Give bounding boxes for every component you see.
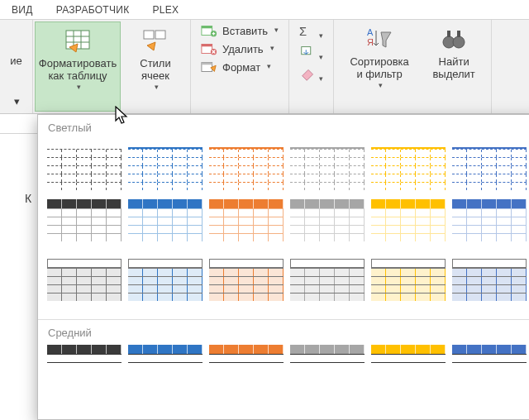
table-style-swatch[interactable] [289, 198, 365, 253]
cell-styles-icon [142, 27, 169, 54]
table-style-swatch[interactable] [370, 139, 446, 193]
group-styles: Форматировать как таблицу ▾ Стили ячеек … [33, 20, 191, 113]
find-select-label: Найти выделит [432, 55, 474, 80]
tab-developer[interactable]: РАЗРАБОТЧИК [45, 1, 141, 18]
table-style-swatch[interactable] [46, 258, 122, 313]
table-style-swatch[interactable] [46, 198, 122, 253]
cell-styles-label: Стили ячеек [140, 57, 170, 82]
tab-plex[interactable]: PLEX [141, 1, 191, 18]
table-style-swatch[interactable] [208, 344, 284, 399]
insert-cells-icon [201, 23, 217, 38]
eraser-icon [299, 66, 317, 81]
format-label: Формат [222, 61, 260, 74]
table-style-swatch[interactable] [46, 139, 122, 193]
table-style-swatch[interactable] [370, 198, 446, 253]
table-style-swatch[interactable] [208, 139, 284, 193]
svg-rect-5 [144, 31, 154, 39]
fill-down-icon [299, 45, 317, 60]
worksheet-cell: К [25, 192, 31, 205]
delete-cells-icon [201, 41, 217, 56]
gallery-row [38, 139, 529, 198]
table-style-swatch[interactable] [289, 139, 365, 193]
table-style-swatch[interactable] [451, 258, 527, 313]
table-style-swatch[interactable] [208, 258, 284, 313]
group-sort-filter: АЯ Сортировка и фильтр ▾ Найти выделит [334, 20, 492, 113]
table-style-swatch[interactable] [127, 139, 203, 193]
format-as-table-label: Форматировать как таблицу [39, 57, 117, 82]
gallery-row [38, 198, 529, 258]
gallery-row [38, 344, 529, 403]
table-style-swatch[interactable] [451, 344, 527, 399]
insert-button[interactable]: Вставить ▾ [201, 23, 279, 38]
tab-view[interactable]: ВИД [0, 1, 45, 18]
gallery-section-light: Светлый [38, 115, 529, 139]
group-cells: Вставить ▾ Удалить ▾ Формат ▾ [191, 20, 289, 113]
svg-rect-21 [447, 31, 450, 37]
svg-rect-0 [66, 31, 89, 49]
table-icon [64, 27, 91, 54]
svg-rect-6 [155, 31, 165, 39]
group-editing-icons: Σ▾ ▾ ▾ [289, 20, 334, 113]
table-style-swatch[interactable] [127, 258, 203, 313]
gallery-section-medium: Средний [38, 319, 529, 344]
clear-button[interactable]: ▾ [299, 66, 323, 84]
table-style-swatch[interactable] [451, 198, 527, 253]
ribbon: ие ▾ Форматировать как таблицу ▾ Стили я… [0, 20, 529, 114]
svg-point-20 [453, 36, 465, 48]
svg-rect-8 [202, 26, 212, 29]
format-as-table-button[interactable]: Форматировать как таблицу ▾ [35, 21, 121, 112]
format-button[interactable]: Формат ▾ [201, 60, 279, 74]
table-style-swatch[interactable] [208, 198, 284, 253]
group-left-cut: ие ▾ [0, 20, 33, 113]
truncated-label: ие [10, 55, 22, 67]
table-styles-gallery[interactable]: Светлый Средний [37, 114, 529, 420]
svg-rect-14 [202, 63, 212, 65]
autosum-button[interactable]: Σ▾ [299, 23, 323, 41]
table-style-swatch[interactable] [451, 139, 527, 193]
format-cells-icon [201, 60, 217, 74]
sort-filter-button[interactable]: АЯ Сортировка и фильтр ▾ [341, 20, 418, 113]
find-select-button[interactable]: Найти выделит [423, 20, 484, 113]
delete-label: Удалить [222, 43, 264, 55]
insert-label: Вставить [222, 25, 268, 37]
sort-filter-icon: АЯ [366, 26, 393, 52]
cell-styles-button[interactable]: Стили ячеек ▾ [126, 21, 185, 112]
ribbon-tabs: ВИД РАЗРАБОТЧИК PLEX [0, 0, 529, 20]
binoculars-icon [441, 26, 467, 52]
table-style-swatch[interactable] [127, 198, 203, 253]
table-style-swatch[interactable] [370, 344, 446, 399]
table-style-swatch[interactable] [127, 344, 203, 399]
table-style-swatch[interactable] [289, 258, 365, 313]
svg-rect-11 [202, 45, 212, 47]
gallery-row [38, 258, 529, 317]
table-style-swatch[interactable] [289, 344, 365, 399]
table-style-swatch[interactable] [46, 344, 122, 399]
table-style-swatch[interactable] [370, 258, 446, 313]
svg-text:Σ: Σ [299, 25, 307, 38]
delete-button[interactable]: Удалить ▾ [201, 41, 279, 56]
fill-button[interactable]: ▾ [299, 45, 323, 63]
svg-text:Я: Я [367, 37, 374, 47]
sort-filter-label: Сортировка и фильтр [350, 55, 408, 80]
svg-text:А: А [367, 27, 374, 37]
svg-rect-22 [457, 31, 460, 37]
